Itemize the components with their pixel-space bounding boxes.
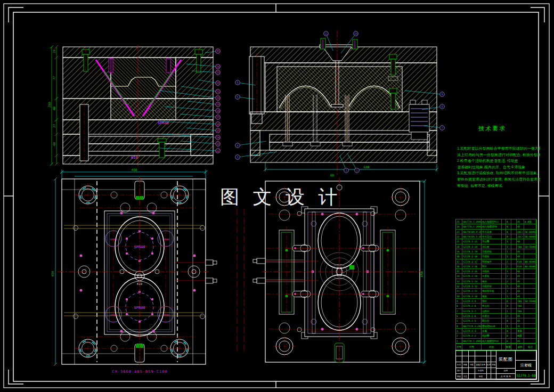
bom-cell: GB/T70.1-2000	[462, 339, 482, 344]
tech-requirements-title: 技术要求	[478, 125, 540, 133]
tech-requirements-body: 1.装配时要以分型面贴合平整而不留缝隙的一侧为基准,涂上红丹粉与另一分型面进行对…	[457, 145, 540, 189]
bom-cell	[511, 264, 517, 269]
bom-cell: GB/T4169.4-2006	[462, 230, 482, 234]
bom-cell: 45	[517, 289, 524, 293]
bom-cell: 20Cr	[517, 230, 524, 234]
bom-cell: 56-60HRC	[524, 234, 537, 239]
title-block-field: 标记	[456, 362, 462, 368]
balloon-number: 18	[216, 109, 219, 112]
bom-cell: 1	[506, 254, 511, 259]
title-block-field: 更改文件号	[475, 362, 487, 368]
dimension-height-moving: 450	[51, 177, 57, 366]
bom-cell	[502, 333, 506, 338]
spacer-block-right	[191, 134, 213, 156]
title-block-field	[487, 356, 491, 362]
bom-cell: 1	[506, 244, 511, 249]
bom-cell	[511, 324, 517, 329]
title-block-revision-grid: 标记处数分区更改文件号签字日期设计标准化审核工艺批准	[456, 350, 496, 380]
bom-cell	[502, 329, 506, 333]
bom-cell: SZJ79.1-15	[462, 269, 482, 274]
bom-cell: SZJ79.1-17	[462, 259, 482, 264]
bom-cell: 15	[456, 269, 462, 274]
bom-cell: SZJ79.1-12	[462, 284, 482, 289]
bom-table: 25GB/T70.1-2000内六角螺钉M124458.8级24GB/T70.1…	[455, 219, 536, 351]
bom-cell: T8A	[517, 299, 524, 304]
view-caption: CX-3660-A85-B59-C100	[85, 370, 194, 374]
balloon-number: 24	[216, 65, 219, 68]
bom-cell	[502, 309, 506, 314]
bom-cell: 4	[506, 324, 511, 329]
bom-cell	[511, 274, 517, 279]
bom-cell	[502, 289, 506, 293]
bom-cell: 7	[456, 309, 462, 314]
bom-cell: 45	[517, 224, 524, 229]
tech-requirement-line: 有裂纹, 如有不足, 修模再试.	[457, 183, 540, 189]
bom-cell: 1	[506, 239, 511, 244]
svg-text:20: 20	[52, 49, 56, 53]
section-view-side: 60 608 1110987654321	[235, 31, 445, 177]
bom-cell	[524, 224, 537, 229]
title-block-field	[475, 356, 487, 362]
bom-cell: SZJ79.1-3	[462, 329, 482, 333]
balloon-number: 2	[345, 169, 347, 172]
bom-cell: SZJ79.1-8	[462, 304, 482, 308]
bom-cell	[511, 269, 517, 274]
bom-cell: 4	[506, 304, 511, 308]
bom-cell	[502, 224, 506, 229]
bom-cell	[502, 259, 506, 264]
bom-cell	[524, 304, 537, 308]
bom-cell	[524, 329, 537, 333]
balloon-number: 9	[441, 93, 443, 96]
bom-header-cell: 代号	[462, 344, 482, 350]
bom-cell: 45	[517, 339, 524, 344]
balloon-number: 5	[237, 95, 238, 99]
balloon-number: 10	[354, 32, 357, 35]
bom-cell	[524, 289, 537, 293]
bom-cell: 内六角螺钉M8	[482, 224, 502, 229]
bom-cell	[511, 304, 517, 308]
bom-cell: 23	[456, 230, 462, 234]
bom-cell: 19	[456, 249, 462, 254]
dimension-width-moving: 400	[60, 168, 207, 179]
bom-cell	[511, 224, 517, 229]
bom-cell	[524, 333, 537, 338]
bom-cell: 密封圈	[482, 333, 502, 338]
core-insert	[111, 99, 176, 120]
bom-header-cell	[511, 344, 517, 350]
bom-header-cell: 材料	[517, 344, 524, 350]
title-block-field: 处数	[462, 362, 469, 368]
bom-cell	[524, 279, 537, 284]
bom-cell: 推杆	[482, 299, 502, 304]
bom-cell: 带头导套	[482, 230, 502, 234]
svg-text:450: 450	[420, 271, 423, 277]
bom-cell: 24	[456, 224, 462, 229]
bom-cell	[511, 333, 517, 338]
bom-cell	[502, 239, 506, 244]
title-block-field	[469, 374, 475, 380]
bom-cell: 8	[506, 333, 511, 338]
bom-cell: 3	[456, 329, 462, 333]
bom-cell: 4	[506, 318, 511, 323]
bom-cell: 45	[517, 279, 524, 284]
bom-cell: 复位杆	[482, 304, 502, 308]
bom-cell	[502, 219, 506, 224]
bom-cell: 2	[506, 279, 511, 284]
bom-cell: 推板	[482, 294, 502, 299]
svg-text:40: 40	[52, 106, 56, 110]
bom-cell: 50-55HRC	[524, 299, 537, 304]
bom-cell: 型腔镶件	[482, 259, 502, 264]
title-block-field	[462, 356, 469, 362]
balloon-number: 19	[216, 103, 219, 106]
bom-cell	[502, 254, 506, 259]
bom-cell: 黄铜	[517, 329, 524, 333]
front-dimension-chain	[50, 45, 58, 166]
bom-cell	[502, 230, 506, 234]
bom-cell	[524, 274, 537, 279]
bom-cell	[524, 239, 537, 244]
bom-cell: 推杆固定板	[482, 289, 502, 293]
title-block-stage-mark	[515, 350, 537, 361]
bom-cell: 5	[456, 318, 462, 323]
balloon-number: 8	[441, 105, 443, 108]
a-plate-right	[176, 58, 213, 99]
bom-cell	[511, 254, 517, 259]
